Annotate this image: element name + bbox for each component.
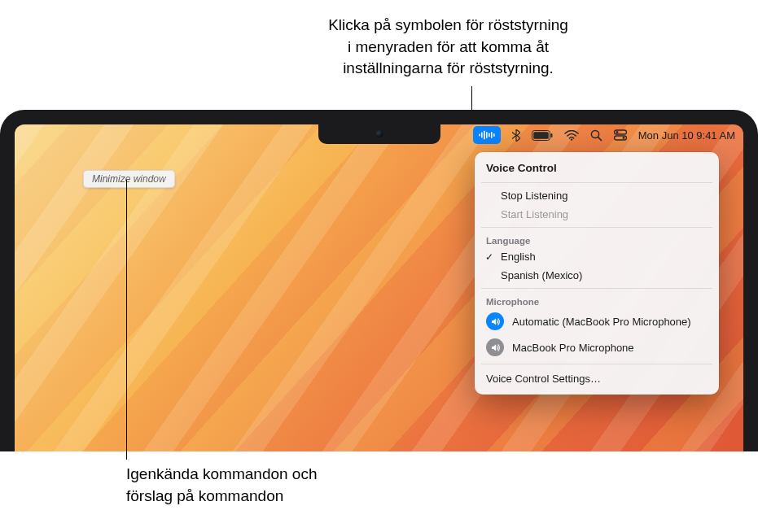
spotlight-search-icon[interactable] (590, 126, 602, 144)
recognized-command-hint: Minimize window (83, 170, 175, 188)
annotation-top: Klicka på symbolen för röststyrning i me… (0, 15, 758, 80)
camera-dot (375, 130, 383, 137)
svg-rect-0 (479, 134, 480, 137)
speaker-icon (486, 312, 504, 330)
svg-point-10 (571, 138, 572, 140)
voice-control-menu-icon[interactable] (473, 126, 501, 144)
svg-rect-8 (533, 132, 549, 139)
annotation-bottom: Igenkända kommandon och förslag på komma… (126, 464, 318, 507)
language-spanish-item[interactable]: Spanish (Mexico) (475, 266, 719, 285)
language-label: Spanish (Mexico) (501, 269, 582, 281)
menubar-clock[interactable]: Mon Jun 10 9:41 AM (638, 126, 735, 144)
language-label: English (501, 251, 536, 263)
svg-point-14 (616, 131, 618, 133)
microphone-label: Automatic (MacBook Pro Microphone) (512, 316, 691, 328)
separator (481, 288, 712, 289)
language-english-item[interactable]: ✓ English (475, 247, 719, 266)
microphone-heading: Microphone (475, 292, 719, 308)
wifi-icon[interactable] (564, 126, 579, 144)
svg-rect-3 (486, 132, 488, 138)
separator (481, 364, 712, 364)
svg-rect-6 (493, 133, 495, 137)
svg-rect-5 (491, 132, 493, 138)
voice-control-settings-item[interactable]: Voice Control Settings… (475, 368, 719, 388)
laptop-frame: Mon Jun 10 9:41 AM Minimize window Voice… (0, 110, 758, 451)
svg-point-16 (622, 137, 624, 139)
start-listening-item: Start Listening (475, 205, 719, 224)
speaker-icon (486, 338, 504, 356)
separator (481, 182, 712, 183)
bluetooth-icon[interactable] (512, 126, 520, 144)
separator (481, 227, 712, 228)
annotation-bottom-leader (126, 180, 127, 460)
svg-line-12 (598, 137, 601, 140)
stop-listening-item[interactable]: Stop Listening (475, 186, 719, 205)
checkmark-icon: ✓ (485, 251, 493, 263)
voice-control-menu-panel: Voice Control Stop Listening Start Liste… (475, 152, 719, 395)
svg-rect-4 (489, 133, 490, 137)
desktop-screen: Mon Jun 10 9:41 AM Minimize window Voice… (15, 124, 743, 451)
language-heading: Language (475, 231, 719, 247)
microphone-macbook-item[interactable]: MacBook Pro Microphone (475, 334, 719, 360)
battery-icon[interactable] (532, 126, 553, 144)
display-notch (318, 124, 440, 144)
svg-rect-9 (550, 133, 552, 137)
microphone-label: MacBook Pro Microphone (512, 342, 634, 354)
svg-rect-2 (484, 131, 485, 140)
panel-title: Voice Control (475, 159, 719, 179)
microphone-automatic-item[interactable]: Automatic (MacBook Pro Microphone) (475, 308, 719, 334)
svg-rect-1 (481, 133, 483, 138)
control-center-icon[interactable] (614, 126, 627, 144)
